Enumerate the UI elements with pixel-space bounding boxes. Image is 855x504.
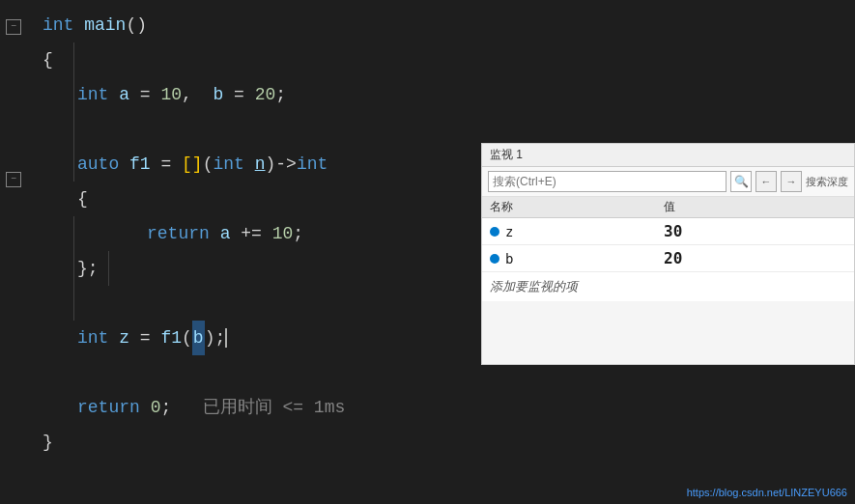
watermark: https://blog.csdn.net/LINZEYU666 xyxy=(687,487,847,498)
col-name-header: 名称 xyxy=(490,199,664,215)
watch-var-name-z: z xyxy=(505,224,664,239)
watch-dot-z xyxy=(490,227,499,237)
watch-title-bar: 监视 1 xyxy=(482,144,854,167)
fold-icon-lambda[interactable]: − xyxy=(6,172,21,187)
keyword-return-2: return xyxy=(77,390,140,425)
watch-nav-forward[interactable]: → xyxy=(781,171,802,192)
keyword-return-1: return xyxy=(147,216,210,251)
watch-search-btn[interactable]: 🔍 xyxy=(730,171,752,192)
var-f1: f1 xyxy=(129,147,151,182)
code-line-4 xyxy=(27,112,855,147)
watch-add-placeholder: 添加要监视的项 xyxy=(490,278,578,295)
brace-open-1: { xyxy=(43,42,53,77)
brace-close-main: } xyxy=(43,425,53,460)
func-name: main xyxy=(84,8,126,42)
text-cursor xyxy=(225,328,227,348)
gutter: − − xyxy=(0,0,27,504)
indent-line-3 xyxy=(108,251,109,286)
code-line-3: int a = 10 , b = 20 ; xyxy=(27,77,855,112)
var-b-decl: b xyxy=(213,77,223,112)
col-value-header: 值 xyxy=(664,199,846,215)
keyword-auto: auto xyxy=(77,147,119,182)
code-text-1 xyxy=(73,8,84,42)
code-line-13: } xyxy=(27,425,855,460)
keyword-int-3: int xyxy=(213,147,243,182)
watch-var-value-b: 20 xyxy=(664,249,846,267)
watch-dot-b xyxy=(490,254,499,264)
num-10-2: 10 xyxy=(272,216,294,251)
indent-line-1 xyxy=(73,42,74,182)
brace-open-2: { xyxy=(77,182,88,216)
var-z: z xyxy=(119,321,129,355)
brace-close-lambda: }; xyxy=(77,251,99,286)
var-a-2: a xyxy=(220,216,231,251)
num-20: 20 xyxy=(255,77,276,112)
watch-add-row[interactable]: 添加要监视的项 xyxy=(482,272,854,301)
watch-search-input[interactable] xyxy=(488,171,727,192)
watch-column-header: 名称 值 xyxy=(482,197,854,218)
watch-search-depth-label: 搜索深度 xyxy=(806,175,848,189)
var-b-highlight: b xyxy=(192,321,205,355)
indent-line-2 xyxy=(73,216,74,321)
keyword-int-2: int xyxy=(77,77,108,112)
keyword-int-5: int xyxy=(77,321,108,355)
keyword-int-4: int xyxy=(297,147,328,182)
param-n: n xyxy=(255,147,266,182)
watch-title: 监视 1 xyxy=(490,148,523,161)
lambda-bracket: [] xyxy=(182,147,203,182)
var-a: a xyxy=(119,77,129,112)
func-f1-call: f1 xyxy=(160,321,182,355)
arrow: -> xyxy=(275,147,297,182)
time-comment: 已用时间 <= 1ms xyxy=(171,390,345,425)
code-line-1: int main () xyxy=(27,8,855,42)
watch-row-z[interactable]: z 30 xyxy=(482,218,854,245)
keyword-int-1: int xyxy=(43,8,73,42)
watch-var-name-b: b xyxy=(505,251,664,266)
code-line-2: { xyxy=(27,42,855,77)
watch-nav-back[interactable]: ← xyxy=(755,171,777,192)
watch-toolbar: 🔍 ← → 搜索深度 xyxy=(482,167,854,197)
paren-1: () xyxy=(126,8,147,42)
code-line-12: return 0 ; 已用时间 <= 1ms xyxy=(27,390,855,425)
watch-row-b[interactable]: b 20 xyxy=(482,245,854,272)
num-0: 0 xyxy=(151,390,161,425)
watch-var-value-z: 30 xyxy=(664,222,846,240)
watch-window: 监视 1 🔍 ← → 搜索深度 名称 值 z 30 b 20 添加要监视的项 xyxy=(481,143,855,365)
num-10: 10 xyxy=(160,77,182,112)
fold-icon-main[interactable]: − xyxy=(6,19,21,35)
